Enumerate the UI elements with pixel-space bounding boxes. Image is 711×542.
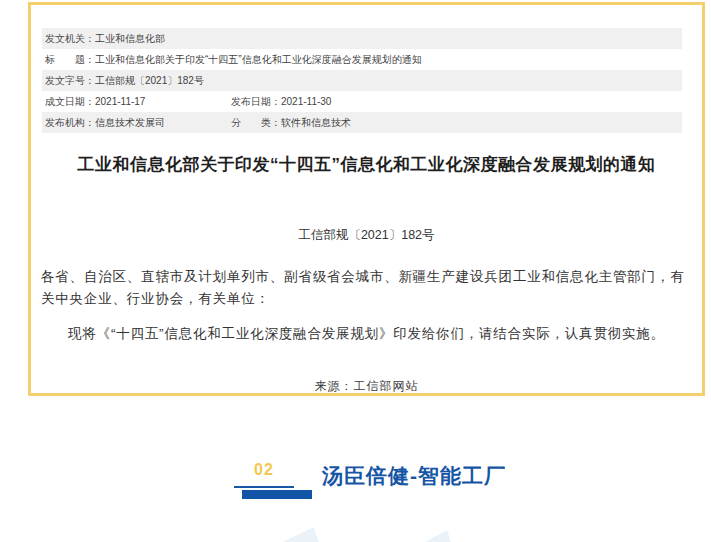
meta-cell: 发布日期：2021-11-30 — [228, 91, 682, 112]
section-number-underline — [234, 486, 294, 488]
section-accent-bar — [242, 490, 312, 499]
meta-row-publisher-category: 发布机构：信息技术发展司 分 类：软件和信息技术 — [42, 112, 682, 133]
meta-cell: 标 题：工业和信息化部关于印发“十四五”信息化和工业化深度融合发展规划的通知 — [42, 49, 682, 70]
meta-value-category: 软件和信息技术 — [281, 117, 351, 128]
meta-value-title: 工业和信息化部关于印发“十四五”信息化和工业化深度融合发展规划的通知 — [95, 54, 422, 65]
meta-cell: 发文机关：工业和信息化部 — [42, 28, 682, 49]
meta-row-dates: 成文日期：2021-11-17 发布日期：2021-11-30 — [42, 91, 682, 112]
meta-value-issuing-agency: 工业和信息化部 — [95, 33, 165, 44]
meta-value-written-date: 2021-11-17 — [95, 96, 145, 107]
meta-label-issuing-agency: 发文机关： — [45, 33, 95, 44]
meta-value-doc-number: 工信部规〔2021〕182号 — [95, 75, 204, 86]
document-paragraph-instruction: 现将《“十四五”信息化和工业化深度融合发展规划》印发给你们，请结合实际，认真贯彻… — [41, 323, 688, 345]
meta-value-publish-date: 2021-11-30 — [281, 96, 331, 107]
section-title: 汤臣倍健-智能工厂 — [322, 462, 506, 490]
meta-row-issuing-agency: 发文机关：工业和信息化部 — [42, 28, 682, 49]
document-source: 来源：工信部网站 — [31, 379, 702, 394]
meta-label-written-date: 成文日期： — [45, 96, 95, 107]
document-meta-table: 发文机关：工业和信息化部 标 题：工业和信息化部关于印发“十四五”信息化和工业化… — [42, 28, 682, 133]
meta-cell: 成文日期：2021-11-17 — [42, 91, 228, 112]
watermark-triangle-left — [283, 527, 319, 542]
meta-label-publish-date: 发布日期： — [231, 96, 281, 107]
meta-label-category: 分 类： — [231, 117, 281, 128]
meta-row-doc-number: 发文字号：工信部规〔2021〕182号 — [42, 70, 682, 91]
meta-value-publisher: 信息技术发展司 — [95, 117, 165, 128]
document-title: 工业和信息化部关于印发“十四五”信息化和工业化深度融合发展规划的通知 — [31, 154, 702, 176]
section-number: 02 — [234, 461, 294, 479]
meta-label-doc-number: 发文字号： — [45, 75, 95, 86]
document-card: 发文机关：工业和信息化部 标 题：工业和信息化部关于印发“十四五”信息化和工业化… — [28, 2, 705, 396]
meta-label-publisher: 发布机构： — [45, 117, 95, 128]
document-number: 工信部规〔2021〕182号 — [31, 228, 702, 243]
meta-label-title: 标 题： — [45, 54, 95, 65]
page: 发文机关：工业和信息化部 标 题：工业和信息化部关于印发“十四五”信息化和工业化… — [0, 0, 711, 542]
meta-cell: 发布机构：信息技术发展司 — [42, 112, 228, 133]
meta-cell: 发文字号：工信部规〔2021〕182号 — [42, 70, 682, 91]
watermark-triangle-right — [425, 530, 451, 542]
document-paragraph-recipients: 各省、自治区、直辖市及计划单列市、副省级省会城市、新疆生产建设兵团工业和信息化主… — [41, 266, 688, 310]
meta-row-title: 标 题：工业和信息化部关于印发“十四五”信息化和工业化深度融合发展规划的通知 — [42, 49, 682, 70]
meta-cell: 分 类：软件和信息技术 — [228, 112, 682, 133]
